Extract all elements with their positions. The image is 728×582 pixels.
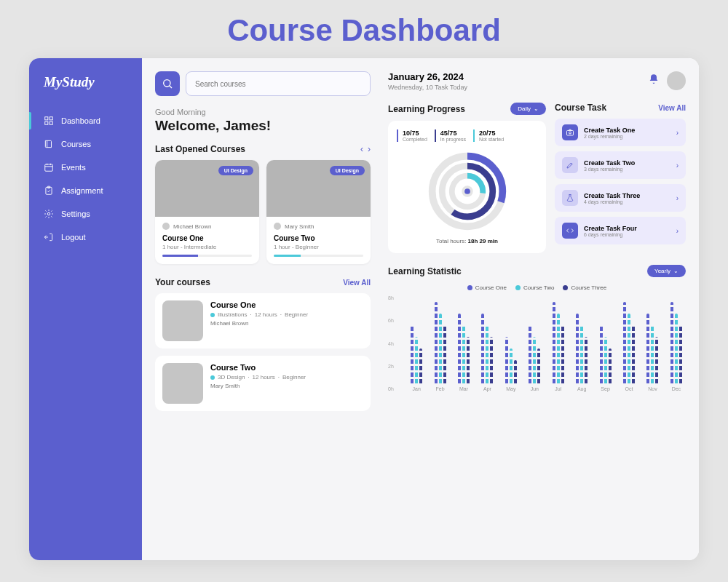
- task-subtitle: 3 days remaining: [584, 167, 670, 172]
- stat-label: Completed: [403, 137, 427, 142]
- logo: MyStudy: [29, 74, 142, 90]
- search-icon: [162, 78, 173, 89]
- view-all-link[interactable]: View All: [343, 279, 371, 287]
- nav-settings[interactable]: Settings: [29, 202, 142, 226]
- progress-donut-chart: [425, 149, 510, 234]
- statistic-filter[interactable]: Yearly⌄: [647, 265, 686, 277]
- task-title: Create Task One: [584, 127, 670, 134]
- chevron-right-icon: ›: [676, 227, 678, 235]
- progress-filter[interactable]: Daily⌄: [510, 103, 546, 115]
- welcome: Welcome, James!: [155, 118, 371, 134]
- course-thumbnail: UI Design: [155, 160, 259, 217]
- svg-rect-0: [45, 117, 48, 120]
- chevron-down-icon: ⌄: [534, 105, 539, 112]
- stat-value: 10/75: [403, 129, 427, 137]
- prev-button[interactable]: ‹: [360, 144, 363, 154]
- calendar-icon: [44, 162, 54, 172]
- course-tag: UI Design: [218, 166, 253, 175]
- course-card[interactable]: UI Design Mary Smith Course Two 1 hour -…: [266, 160, 371, 264]
- course-category: 3D Design: [218, 374, 245, 380]
- chevron-right-icon: ›: [676, 162, 678, 170]
- next-button[interactable]: ›: [368, 144, 371, 154]
- grid-icon: [44, 116, 54, 126]
- task-item[interactable]: Create Task Three4 days remaining ›: [555, 184, 686, 212]
- task-item[interactable]: Create Task One2 days remaining ›: [555, 119, 686, 146]
- nav-label: Settings: [61, 210, 90, 218]
- main-right-column: January 26, 2024 Wednesday, 10 Task Toda…: [382, 58, 699, 560]
- course-title: Course One: [162, 234, 252, 242]
- course-title: Course Two: [210, 363, 306, 372]
- course-title: Course One: [210, 300, 308, 309]
- stat-label: In progress: [440, 137, 466, 142]
- stat-value: 20/75: [479, 129, 504, 137]
- current-date: January 26, 2024: [388, 71, 467, 82]
- stat-label: Not started: [479, 137, 504, 142]
- course-card[interactable]: UI Design Michael Brown Course One 1 hou…: [155, 160, 259, 264]
- task-subtitle: 4 days remaining: [584, 199, 670, 204]
- stat-value: 45/75: [440, 129, 466, 137]
- pen-icon: [562, 157, 578, 173]
- chevron-right-icon: ›: [676, 129, 678, 137]
- nav-label: Assignment: [61, 186, 103, 195]
- svg-point-12: [164, 80, 170, 87]
- search-input[interactable]: [186, 71, 371, 96]
- chevron-down-icon: ⌄: [673, 268, 678, 274]
- task-item[interactable]: Create Task Two3 days remaining ›: [555, 151, 686, 179]
- course-thumbnail: UI Design: [266, 160, 371, 217]
- view-all-link[interactable]: View All: [658, 104, 686, 112]
- search-button[interactable]: [155, 71, 180, 96]
- author-avatar: [162, 223, 170, 230]
- greeting: Good Morning: [155, 108, 371, 116]
- task-subtitle: 2 days remaining: [584, 134, 670, 139]
- user-avatar[interactable]: [667, 71, 686, 90]
- your-course-item[interactable]: Course Two 3D Design · 12 hours · Beginn…: [155, 356, 371, 411]
- camera-icon: [562, 124, 578, 140]
- svg-line-13: [170, 86, 172, 88]
- learning-statistic-title: Learning Statistic: [388, 266, 462, 276]
- course-meta: 1 hour - Beginner: [274, 244, 363, 250]
- gear-icon: [44, 209, 54, 219]
- task-title: Create Task Three: [584, 192, 670, 199]
- svg-rect-5: [45, 164, 53, 171]
- nav-label: Dashboard: [61, 116, 100, 125]
- nav-courses[interactable]: Courses: [29, 132, 142, 156]
- nav-assignment[interactable]: Assignment: [29, 179, 142, 202]
- course-meta: 1 hour - Intermediate: [162, 244, 252, 250]
- clipboard-icon: [44, 186, 54, 196]
- nav-dashboard[interactable]: Dashboard: [29, 109, 142, 132]
- date-subtitle: Wednesday, 10 Task Today: [388, 84, 467, 91]
- course-task-title: Course Task: [555, 103, 606, 113]
- author-avatar: [274, 223, 281, 230]
- course-thumbnail: [162, 363, 203, 404]
- app-window: MyStudy Dashboard Courses Events Assignm…: [29, 58, 699, 560]
- page-heading: Course Dashboard: [227, 13, 501, 48]
- svg-point-11: [47, 212, 50, 215]
- nav-label: Logout: [61, 233, 86, 242]
- course-title: Course Two: [274, 234, 363, 242]
- progress-bar: [274, 255, 363, 257]
- total-hours: Total hours: 18h 29 min: [436, 238, 498, 244]
- book-icon: [44, 139, 54, 149]
- author-name: Michael Brown: [173, 223, 211, 230]
- task-item[interactable]: Create Task Four6 days remaining ›: [555, 217, 686, 244]
- last-opened-title: Last Opened Courses: [155, 144, 245, 154]
- task-title: Create Task Four: [584, 225, 670, 232]
- progress-bar: [162, 255, 252, 257]
- svg-point-23: [569, 132, 571, 134]
- svg-rect-1: [50, 117, 52, 120]
- code-icon: [562, 223, 578, 239]
- logout-icon: [44, 232, 54, 242]
- svg-rect-3: [50, 121, 52, 124]
- sidebar: MyStudy Dashboard Courses Events Assignm…: [29, 58, 142, 560]
- svg-rect-2: [45, 121, 48, 124]
- task-title: Create Task Two: [584, 159, 670, 167]
- nav-label: Events: [61, 163, 86, 172]
- your-courses-title: Your courses: [155, 277, 210, 287]
- nav-events[interactable]: Events: [29, 156, 142, 179]
- bell-icon[interactable]: [648, 73, 660, 88]
- nav-label: Courses: [61, 140, 91, 148]
- course-category: Illustrations: [218, 311, 247, 318]
- your-course-item[interactable]: Course One Illustrations · 12 hours · Be…: [155, 293, 371, 348]
- flask-icon: [562, 190, 578, 206]
- nav-logout[interactable]: Logout: [29, 226, 142, 249]
